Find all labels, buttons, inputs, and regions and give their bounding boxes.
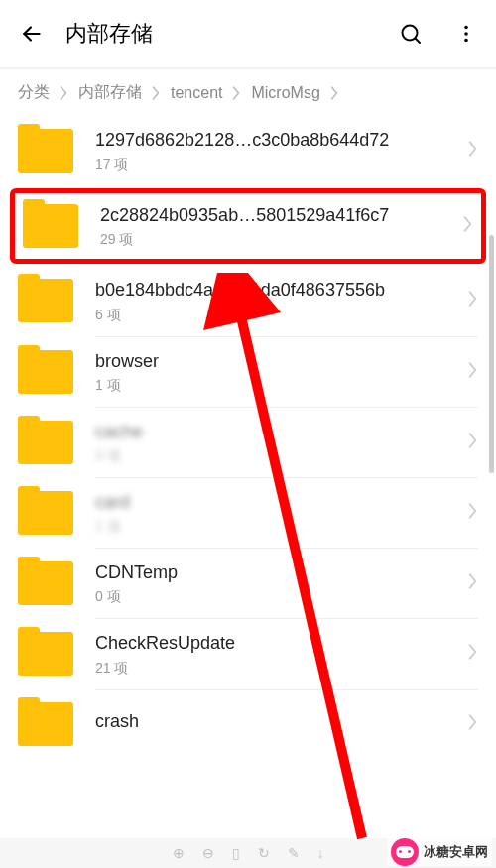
folder-name: cache [95,420,460,444]
more-menu-icon[interactable] [452,20,480,48]
folder-row-highlighted[interactable]: 2c28824b0935ab…5801529a41f6c7 29 项 [10,188,486,264]
breadcrumb: 分类 内部存储 tencent MicroMsg [0,69,496,116]
chevron-right-icon [468,141,478,161]
chevron-right-icon [468,291,478,310]
folder-meta: 21 项 [95,660,460,678]
folder-meta: 17 项 [95,156,460,174]
breadcrumb-item-1[interactable]: 内部存储 [78,82,142,103]
folder-icon [18,702,73,746]
folder-icon [23,204,78,248]
svg-point-2 [464,32,468,36]
folder-icon [18,350,73,394]
breadcrumb-item-3[interactable]: MicroMsg [251,84,319,102]
folder-row[interactable]: CheckResUpdate 21 项 [0,619,496,688]
chevron-right-icon [330,86,339,100]
folder-row[interactable]: crash [0,690,496,758]
chevron-right-icon [152,86,161,100]
chevron-right-icon [468,573,478,593]
back-button[interactable] [16,18,48,50]
tool-icon[interactable]: ↓ [317,845,324,861]
folder-row[interactable]: browser 1 项 [0,337,496,407]
chevron-right-icon [468,362,478,382]
folder-row[interactable]: b0e184bbdc4aeff…1da0f48637556b 6 项 [0,266,496,335]
folder-icon [18,421,73,464]
tool-icon[interactable]: ↻ [258,845,270,861]
folder-row[interactable]: 1297d6862b2128…c3c0ba8b644d72 17 项 [0,116,496,186]
folder-row[interactable]: cache 3 项 [0,408,496,477]
breadcrumb-item-2[interactable]: tencent [171,84,222,102]
folder-name: CDNTemp [95,560,460,585]
tool-icon[interactable]: ⊕ [173,845,185,861]
svg-point-1 [464,26,468,30]
folder-meta: 6 项 [95,307,460,324]
chevron-right-icon [60,86,68,100]
folder-meta: 1 项 [95,518,460,536]
search-icon[interactable] [397,20,425,48]
file-list: 1297d6862b2128…c3c0ba8b644d72 17 项 2c288… [0,116,496,850]
tool-icon[interactable]: ✎ [288,845,300,861]
header: 内部存储 [0,0,496,67]
folder-icon [18,491,73,535]
watermark-logo-icon [391,838,419,866]
folder-icon [18,632,73,676]
folder-name: browser [95,349,460,374]
folder-icon [18,561,73,605]
tool-icon[interactable]: ⊖ [202,845,214,861]
folder-icon [18,279,73,322]
folder-name: crash [95,709,460,734]
chevron-right-icon [463,216,473,236]
folder-icon [18,129,73,173]
tool-icon[interactable]: ▯ [232,845,240,861]
folder-meta: 3 项 [95,447,460,465]
folder-name: 2c28824b0935ab…5801529a41f6c7 [100,203,455,228]
chevron-right-icon [468,644,478,664]
watermark: 冰糖安卓网 [387,838,492,866]
chevron-right-icon [468,714,478,734]
chevron-right-icon [468,503,478,523]
chevron-right-icon [468,433,478,452]
breadcrumb-item-0[interactable]: 分类 [18,82,50,103]
svg-point-3 [464,39,468,43]
folder-meta: 0 项 [95,588,460,606]
folder-meta: 1 项 [95,377,460,395]
folder-name: b0e184bbdc4aeff…1da0f48637556b [95,278,460,303]
folder-name: 1297d6862b2128…c3c0ba8b644d72 [95,128,460,153]
page-title: 内部存储 [65,19,397,49]
folder-name: card [95,490,460,515]
folder-row[interactable]: card 1 项 [0,478,496,548]
folder-meta: 29 项 [100,231,455,249]
folder-name: CheckResUpdate [95,631,460,656]
folder-row[interactable]: CDNTemp 0 项 [0,549,496,618]
chevron-right-icon [232,86,241,100]
watermark-text: 冰糖安卓网 [424,843,488,861]
